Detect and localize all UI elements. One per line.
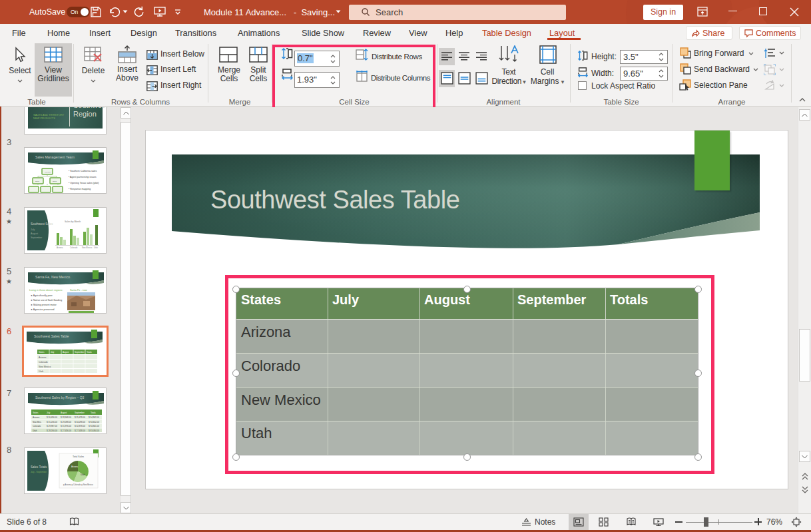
svg-text:$ 83,084.00: $ 83,084.00 (89, 429, 99, 432)
svg-text:$ 94,652.00: $ 94,652.00 (89, 421, 99, 423)
svg-text:August: August (63, 351, 69, 354)
svg-text:Arizona: Arizona (57, 246, 63, 249)
svg-text:$ 35,478.00: $ 35,478.00 (75, 416, 85, 419)
svg-text:$ 28,908.00: $ 28,908.00 (61, 416, 71, 419)
svg-text:Utah: Utah (33, 429, 37, 432)
svg-text:Arizona: Arizona (71, 465, 79, 468)
svg-text:Manager: Manager (45, 171, 51, 173)
svg-text:September: September (75, 411, 85, 414)
svg-text:$ 30,456.00: $ 30,456.00 (47, 416, 57, 419)
svg-text:Utah: Utah (81, 473, 85, 476)
svg-text:• Response mapping: • Response mapping (69, 188, 91, 190)
svg-text:Total Sales: Total Sales (73, 455, 84, 458)
svg-text:➤ Making present motor: ➤ Making present motor (31, 304, 57, 306)
svg-text:Colorado: Colorado (39, 361, 48, 364)
svg-text:States: States (33, 411, 39, 414)
svg-text:$ 27,456.00: $ 27,456.00 (61, 429, 71, 432)
svg-text:Sales: Sales (53, 180, 57, 182)
svg-text:$ 27,438.00: $ 27,438.00 (75, 429, 85, 432)
svg-text:New Mexico: New Mexico (39, 366, 51, 368)
svg-text:Sales: Sales (35, 180, 40, 182)
svg-text:$ 31,256.00: $ 31,256.00 (47, 421, 57, 423)
svg-text:Southwest Sales by Region – Q3: Southwest Sales by Region – Q3 (35, 396, 85, 399)
svg-text:August: August (61, 411, 67, 414)
svg-text:Arizona: Arizona (39, 356, 47, 359)
svg-text:➤ Agriculturally poor: ➤ Agriculturally poor (31, 294, 53, 297)
svg-text:Santa Fe - now: Santa Fe - now (70, 289, 87, 292)
svg-text:July - September: July - September (31, 471, 47, 473)
svg-text:September: September (75, 351, 85, 354)
svg-text:$ 31,976.00: $ 31,976.00 (61, 425, 71, 427)
svg-text:Sales by Month: Sales by Month (65, 220, 81, 223)
svg-text:Santa Fe, New Mexico: Santa Fe, New Mexico (35, 275, 70, 279)
svg-text:• Southern California sales: • Southern California sales (69, 170, 97, 172)
svg-text:Colorado: Colorado (33, 425, 41, 427)
svg-text:New Mex.: New Mex. (33, 421, 42, 423)
svg-text:September: September (31, 236, 43, 239)
svg-text:Sales Management Team: Sales Management Team (35, 155, 75, 159)
svg-text:$ 29,098.00: $ 29,098.00 (61, 421, 71, 423)
svg-text:July: July (47, 411, 51, 414)
svg-text:Living in these desert regions: Living in these desert regions: (29, 289, 63, 292)
svg-text:■ Arizona ■ Colorado ■ New Mex: ■ Arizona ■ Colorado ■ New Mexico (63, 483, 93, 486)
svg-text:• Opening Texas sales (pilot): • Opening Texas sales (pilot) (69, 182, 99, 184)
svg-text:August: August (31, 232, 38, 235)
svg-text:States: States (39, 351, 45, 354)
svg-text:$ 94,841.00: $ 94,841.00 (89, 425, 99, 427)
svg-text:$ 34,298.00: $ 34,298.00 (75, 421, 85, 423)
svg-text:➤ Native use of flash flooding: ➤ Native use of flash flooding (31, 299, 62, 302)
svg-text:➤ Agencies preserved: ➤ Agencies preserved (31, 308, 55, 311)
svg-text:Southwest Sales Table: Southwest Sales Table (34, 334, 69, 338)
svg-text:July: July (51, 351, 55, 354)
svg-text:$ 28,190.00: $ 28,190.00 (47, 429, 57, 432)
svg-text:Southwest Sales: Southwest Sales (31, 222, 53, 226)
svg-text:Totals: Totals (91, 411, 96, 414)
svg-text:$ 94,842.00: $ 94,842.00 (89, 416, 99, 419)
svg-text:Totals: Totals (87, 351, 92, 354)
svg-text:Utah: Utah (39, 370, 43, 373)
svg-text:Arizona: Arizona (33, 416, 40, 419)
svg-text:July: July (31, 228, 35, 231)
svg-text:$ 29,987.00: $ 29,987.00 (47, 425, 57, 427)
svg-text:$ 32,878.00: $ 32,878.00 (75, 425, 85, 427)
svg-text:Sales Totals: Sales Totals (31, 465, 47, 469)
svg-text:New Mexico: New Mexico (82, 246, 93, 249)
svg-text:Colorado: Colorado (70, 246, 78, 249)
svg-text:Utah: Utah (94, 246, 98, 249)
svg-text:• Agent partnership issues: • Agent partnership issues (69, 176, 97, 178)
